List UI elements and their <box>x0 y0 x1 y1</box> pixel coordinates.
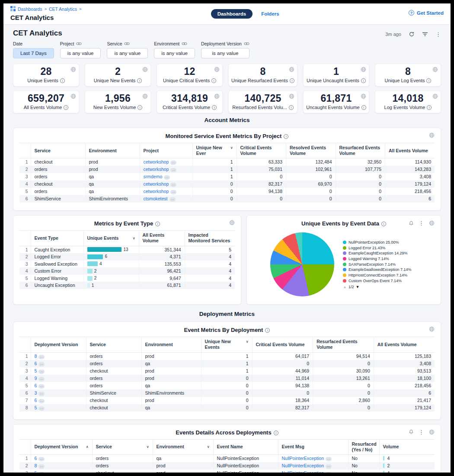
more-options-icon[interactable]: … <box>326 472 332 473</box>
cell-link[interactable]: cetworkshop <box>144 159 169 164</box>
column-header-impacted-monitored-services[interactable]: Impacted Monitored Services <box>185 231 235 246</box>
globe-icon[interactable] <box>429 132 435 138</box>
cell-link[interactable]: 3 <box>35 390 37 396</box>
legend-next-icon[interactable]: ▼ <box>355 285 359 289</box>
more-options-icon[interactable]: … <box>170 168 176 172</box>
legend-prev-icon[interactable]: ▲ <box>343 285 347 289</box>
panel-menu-icon[interactable]: ⋮ <box>419 429 424 435</box>
column-header-deployment-version[interactable]: ∧Deployment Version <box>31 439 92 454</box>
table-row[interactable]: 2Logged Error64,3714 <box>19 253 235 261</box>
sort-desc-icon[interactable]: ∨ <box>147 445 149 449</box>
table-row[interactable]: 63…ShimiServiceShimiEnvironments0006 <box>19 389 435 397</box>
more-options-icon[interactable]: … <box>38 406 45 411</box>
table-row[interactable]: 1checkoutprodcetworkshop…163,333132,4843… <box>19 158 435 166</box>
filter-icon[interactable] <box>422 32 428 37</box>
table-row[interactable]: 4Custom Error296,4214 <box>19 267 235 275</box>
panel-menu-icon[interactable]: ⋮ <box>419 220 424 226</box>
filter-value-service[interactable]: is any value <box>107 48 148 58</box>
column-header-project[interactable]: Project <box>140 143 192 158</box>
column-header-all-events-volume[interactable]: All Events Volume <box>385 143 435 158</box>
info-icon[interactable]: i <box>137 78 142 83</box>
globe-icon[interactable] <box>142 66 148 74</box>
column-header-service[interactable]: ∨Service <box>92 439 153 454</box>
info-icon[interactable]: i <box>155 222 160 226</box>
globe-icon[interactable] <box>142 93 148 101</box>
get-started[interactable]: ? Get Started <box>409 10 444 16</box>
globe-icon[interactable] <box>289 66 294 74</box>
column-header-all-events-volume[interactable]: All Events Volume <box>139 231 185 246</box>
more-options-icon[interactable]: … <box>169 197 176 202</box>
legend-item-logged-warning[interactable]: Logged Warning 7.14% <box>343 257 417 262</box>
filter-value-environment[interactable]: is any value <box>154 48 195 58</box>
sort-desc-icon[interactable]: ∨ <box>133 236 135 241</box>
globe-icon[interactable] <box>70 93 76 101</box>
cell-link[interactable]: NullPointerException <box>282 463 324 468</box>
table-row[interactable]: 3Swallowed Exception4135,5534 <box>19 261 235 268</box>
more-options-icon[interactable]: … <box>170 161 176 165</box>
column-header-unique-events[interactable]: ∨Unique Events <box>83 231 139 246</box>
table-row[interactable]: 6Uncaught Exception161,8714 <box>19 282 235 289</box>
globe-icon[interactable] <box>70 66 76 74</box>
info-icon[interactable]: i <box>60 78 65 83</box>
info-icon[interactable]: i <box>265 328 270 333</box>
table-row[interactable]: 49…ordersprod011,01413,26118,100 <box>19 375 435 382</box>
table-row[interactable]: 4checkoutqacetworkshop…082,31769,9700179… <box>19 180 435 188</box>
globe-icon[interactable] <box>429 220 435 226</box>
column-header-service[interactable]: Service <box>31 143 85 158</box>
cell-link[interactable]: 6 <box>35 361 37 366</box>
table-row[interactable]: 76…checkoutprod018,3642,86021,417 <box>19 397 435 404</box>
cell-link[interactable]: 6 <box>35 398 37 403</box>
column-header-event-name[interactable]: Event Name <box>213 439 278 454</box>
globe-icon[interactable] <box>214 66 220 74</box>
cell-link[interactable]: 6 <box>35 383 37 388</box>
cell-link[interactable]: 8 <box>35 354 37 359</box>
sort-desc-icon[interactable]: ∨ <box>207 445 210 449</box>
column-header-resolved-events-volume[interactable]: Resolved Events Volume <box>286 143 336 158</box>
table-row[interactable]: 18…ordersprod164,01794,514125,183 <box>19 352 435 360</box>
table-row[interactable]: 35…checkoutprodNullPointerExceptionNullP… <box>19 470 435 473</box>
info-icon[interactable]: i <box>64 105 68 110</box>
filter-value-project[interactable]: is any value <box>60 48 101 58</box>
table-row[interactable]: 5Logged Warning29,6474 <box>19 275 235 282</box>
info-icon[interactable]: i <box>274 431 278 435</box>
info-icon[interactable]: i <box>361 105 366 110</box>
info-icon[interactable]: i <box>290 78 294 83</box>
refresh-icon[interactable] <box>409 31 415 37</box>
table-row[interactable]: 2ordersprodcetworkshop…175,031102,961107… <box>19 166 435 173</box>
legend-item-examplecaughtexception[interactable]: ExampleCaughtException 14.29% <box>343 251 417 256</box>
globe-icon[interactable] <box>289 93 294 101</box>
cell-link[interactable]: cetworkshop <box>144 189 169 194</box>
cell-link[interactable]: 5 <box>35 368 37 373</box>
info-icon[interactable]: i <box>211 78 216 83</box>
globe-icon[interactable] <box>361 66 366 74</box>
cell-link[interactable]: 5 <box>35 405 37 410</box>
table-row[interactable]: 26…ordersqa1003,408 <box>19 360 435 367</box>
cell-link[interactable]: 5 <box>35 470 37 473</box>
legend-item-custom-overops-event[interactable]: Custom OverOps Event 7.14% <box>343 279 417 284</box>
legend-item-httphostconnectexception[interactable]: HttpHostConnectException 7.14% <box>343 273 417 278</box>
info-icon[interactable]: i <box>361 78 366 83</box>
globe-icon[interactable] <box>432 66 438 74</box>
globe-icon[interactable] <box>432 93 438 101</box>
globe-icon[interactable] <box>429 429 435 435</box>
table-row[interactable]: 35…checkoutprod144,96930,09093,513 <box>19 367 435 375</box>
globe-icon[interactable] <box>429 326 435 332</box>
legend-item-nullpointerexception[interactable]: NullPointerException 25.00% <box>343 240 417 245</box>
table-row[interactable]: 56…ordersqa094,1380218,456 <box>19 382 435 389</box>
cell-link[interactable]: srmdemo <box>144 174 163 179</box>
cell-link[interactable]: 9 <box>35 376 37 381</box>
column-header-critical-events-volume[interactable]: Critical Events Volume <box>237 143 286 158</box>
info-icon[interactable]: i <box>427 105 432 110</box>
apps-grid-icon[interactable] <box>10 6 16 12</box>
more-options-icon[interactable]: … <box>38 362 45 367</box>
column-header-resurfaced-events-volume[interactable]: Resurfaced Events Volume <box>336 143 385 158</box>
cell-link[interactable]: cetworkshop <box>144 181 169 187</box>
table-row[interactable]: 5ordersqacetworkshop…094,13800218,456 <box>19 188 435 195</box>
info-icon[interactable]: i <box>289 105 294 110</box>
more-options-icon[interactable]: … <box>326 464 332 469</box>
info-icon[interactable]: i <box>212 105 217 110</box>
more-options-icon[interactable]: … <box>38 464 45 469</box>
column-header-unique-new-ever[interactable]: ∨Unique New Ever <box>192 143 237 158</box>
bell-icon[interactable] <box>409 429 414 434</box>
info-icon[interactable]: i <box>137 105 142 110</box>
